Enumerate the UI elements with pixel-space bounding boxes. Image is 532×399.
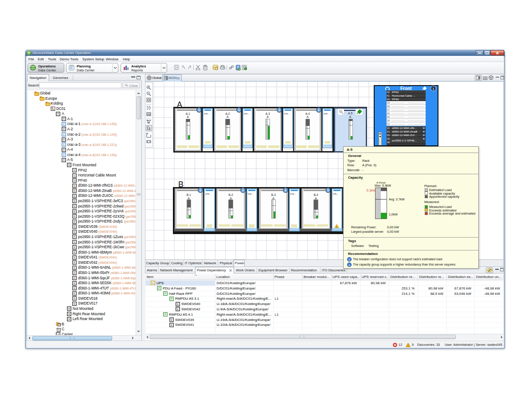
svg-text:R: R (63, 128, 65, 130)
svg-text:G: G (74, 174, 75, 177)
svg-text:U: U (152, 282, 154, 284)
svg-text:C: C (63, 123, 65, 125)
svg-text:C: C (63, 143, 65, 146)
svg-text:C: C (63, 133, 65, 136)
svg-text:C: C (63, 153, 65, 156)
svg-text:i: i (198, 108, 199, 112)
svg-text:M: M (68, 164, 70, 166)
svg-text:M: M (68, 318, 70, 321)
svg-text:N: N (74, 169, 75, 172)
svg-text:R: R (57, 113, 59, 115)
svg-text:i: i (238, 108, 239, 112)
svg-text:i: i (349, 258, 350, 261)
svg-text:R: R (63, 159, 65, 161)
svg-text:!: ! (407, 344, 408, 347)
svg-text:i: i (327, 188, 328, 192)
svg-text:R: R (63, 138, 65, 141)
svg-text:i: i (285, 188, 286, 192)
svg-text:R: R (63, 149, 65, 151)
svg-text:i: i (200, 188, 201, 192)
svg-text:M: M (68, 313, 70, 315)
svg-text:i: i (243, 188, 243, 192)
svg-text:N: N (74, 179, 75, 182)
svg-text:M: M (68, 307, 70, 310)
svg-text:i: i (278, 108, 279, 112)
svg-text:i: i (318, 108, 319, 112)
svg-text:R: R (63, 117, 65, 120)
svg-text:i: i (349, 263, 350, 266)
